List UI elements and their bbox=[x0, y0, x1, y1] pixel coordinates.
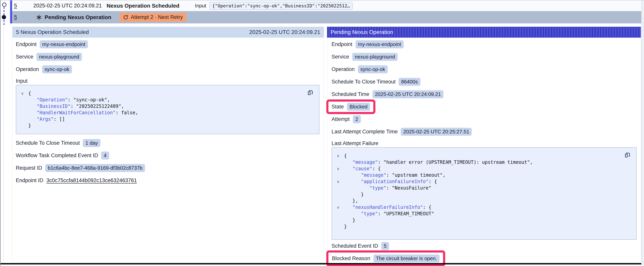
field-row-endpoint: Endpointmy-nexus-endpoint bbox=[332, 38, 636, 51]
event-detail-panel: 5 Nexus Operation Scheduled 2025-02-25 U… bbox=[12, 27, 324, 263]
input-code-label: Input bbox=[16, 77, 320, 85]
json-line: "BusinessID": "20250225122409", bbox=[20, 103, 315, 110]
field-row-schedule-to-close-timeout: Schedule To Close Timeout86400s bbox=[332, 76, 636, 88]
event-time: 2025-02-25 UTC 20:24:09.21 bbox=[33, 1, 102, 11]
code-gutter bbox=[20, 122, 28, 129]
code-gutter bbox=[336, 185, 344, 191]
field-label: State bbox=[332, 104, 344, 110]
chevron-down-icon[interactable]: ∨ bbox=[20, 90, 28, 97]
event-row[interactable]: 5 2025-02-25 UTC 20:24:09.21 Nexus Opera… bbox=[0, 1, 641, 11]
code-gutter bbox=[336, 223, 344, 230]
input-inline-label: Input bbox=[195, 1, 206, 11]
json-line: "Args": [] bbox=[20, 116, 315, 122]
field-value-chip: 1 day bbox=[83, 139, 100, 147]
group-id-link[interactable]: 5 bbox=[14, 11, 17, 24]
field-row-operation: Operationsync-op-ok bbox=[16, 63, 320, 76]
json-key: "applicationFailureInfo" bbox=[361, 178, 428, 185]
json-key: "type" bbox=[361, 211, 378, 217]
field-label: Service bbox=[16, 54, 33, 60]
copy-button[interactable] bbox=[307, 89, 314, 96]
field-row-blocked-reason: Blocked ReasonThe circuit breaker is ope… bbox=[332, 252, 636, 265]
field-label: Scheduled Time bbox=[332, 91, 369, 97]
json-text bbox=[344, 159, 352, 166]
json-line: "type": "UPSTREAM_TIMEOUT" bbox=[336, 211, 632, 217]
event-detail-header: 5 Nexus Operation Scheduled 2025-02-25 U… bbox=[12, 27, 324, 38]
json-text: : [] bbox=[54, 116, 65, 122]
json-text: : { bbox=[423, 204, 431, 211]
panel-title: 5 Nexus Operation Scheduled bbox=[16, 29, 89, 35]
window-top-border bbox=[0, 0, 644, 1]
json-text bbox=[344, 211, 361, 217]
json-key: "message" bbox=[352, 159, 378, 166]
json-text bbox=[28, 103, 37, 110]
json-line: "message": "upstream timeout", bbox=[336, 172, 632, 178]
json-text: } bbox=[28, 122, 31, 129]
retry-badge-wrap: Attempt 2 · Next Retry bbox=[120, 11, 186, 24]
json-text: } bbox=[344, 223, 347, 230]
field-label: Request ID bbox=[16, 165, 42, 171]
code-gutter bbox=[336, 172, 344, 178]
field-row-endpoint: Endpointmy-nexus-endpoint bbox=[16, 38, 320, 51]
json-text: : "NexusFailure" bbox=[386, 185, 431, 191]
chevron-down-icon[interactable]: ∨ bbox=[336, 204, 344, 211]
json-text: }, bbox=[344, 198, 358, 204]
event-id-link[interactable]: 5 bbox=[14, 1, 17, 11]
json-line: "message": "handler error (UPSTREAM_TIME… bbox=[336, 159, 632, 166]
json-key: "message" bbox=[361, 172, 386, 178]
chevron-down-icon[interactable]: ∨ bbox=[336, 153, 344, 159]
field-row-workflow-task-completed-event-id: Workflow Task Completed Event ID4 bbox=[16, 149, 320, 162]
field-label: Endpoint bbox=[16, 41, 37, 47]
left-fields-top: Endpointmy-nexus-endpointServicenexus-pl… bbox=[16, 38, 320, 76]
field-label: Service bbox=[332, 54, 349, 60]
code-gutter bbox=[336, 217, 344, 223]
code-gutter bbox=[336, 159, 344, 166]
chevron-down-icon[interactable]: ∨ bbox=[336, 166, 344, 172]
field-value-chip: 2 bbox=[353, 115, 360, 123]
panel-title: Pending Nexus Operation bbox=[330, 29, 393, 35]
chevron-down-icon[interactable]: ∨ bbox=[336, 178, 344, 185]
field-value-chip: sync-op-ok bbox=[358, 65, 388, 73]
field-row-service: Servicenexus-playground bbox=[16, 51, 320, 63]
field-row-scheduled-time: Scheduled Time2025-02-25 UTC 20:24:09.21 bbox=[332, 88, 636, 100]
json-line: "HandlerWaitForCancellation": false, bbox=[20, 110, 315, 116]
json-text: } bbox=[344, 191, 364, 198]
json-text bbox=[344, 166, 352, 172]
json-text: : false, bbox=[116, 110, 138, 116]
json-key: "HandlerWaitForCancellation" bbox=[37, 110, 116, 116]
field-value-link[interactable]: 3c0c75ccfa8144b092c13ce632463761 bbox=[46, 177, 137, 183]
json-key: "nexusHandlerFailureInfo" bbox=[352, 204, 423, 211]
copy-icon bbox=[624, 152, 631, 158]
json-line: } bbox=[20, 122, 315, 129]
input-preview-chip[interactable]: {"Operation":"sync-op-ok","BusinessID":"… bbox=[210, 2, 352, 10]
field-row-schedule-to-close-timeout: Schedule To Close Timeout1 day bbox=[16, 137, 320, 149]
window-bottom-border bbox=[0, 263, 644, 264]
json-line: } bbox=[336, 217, 632, 223]
json-line: "type": "NexusFailure" bbox=[336, 185, 632, 191]
json-text: : "20250225122409", bbox=[70, 103, 124, 110]
json-key: "type" bbox=[369, 185, 386, 191]
json-text bbox=[28, 110, 37, 116]
copy-button[interactable] bbox=[624, 152, 631, 159]
field-value-chip: nexus-playground bbox=[36, 53, 82, 61]
field-value-chip: 2025-02-25 UTC 20:25:27.51 bbox=[401, 128, 472, 136]
json-text: } bbox=[344, 217, 355, 223]
field-label: Operation bbox=[16, 66, 39, 72]
json-text: : "sync-op-ok", bbox=[68, 97, 110, 103]
code-gutter bbox=[336, 191, 344, 198]
window-left-border bbox=[0, 0, 0, 266]
field-label: Endpoint ID bbox=[16, 177, 43, 183]
json-text: : "handler error (UPSTREAM_TIMEOUT): ups… bbox=[378, 159, 533, 166]
field-value-chip: nexus-playground bbox=[352, 53, 398, 61]
field-label: Schedule To Close Timeout bbox=[332, 79, 396, 85]
failure-code-block: ∨{ "message": "handler error (UPSTREAM_T… bbox=[332, 147, 636, 240]
page-scrollbar[interactable] bbox=[641, 0, 644, 266]
json-key: "Operation" bbox=[37, 97, 68, 103]
field-label: Last Attempt Complete Time bbox=[332, 129, 398, 135]
json-line: ∨ "applicationFailureInfo": { bbox=[336, 178, 632, 185]
field-row-last-attempt-complete-time: Last Attempt Complete Time2025-02-25 UTC… bbox=[332, 125, 636, 138]
field-label: Endpoint bbox=[332, 41, 352, 47]
json-line: ∨{ bbox=[336, 153, 632, 159]
field-value-chip: Blocked bbox=[347, 103, 370, 111]
json-text bbox=[344, 178, 361, 185]
group-row[interactable]: 5 Pending Nexus Operation Attempt 2 · Ne… bbox=[0, 11, 641, 24]
